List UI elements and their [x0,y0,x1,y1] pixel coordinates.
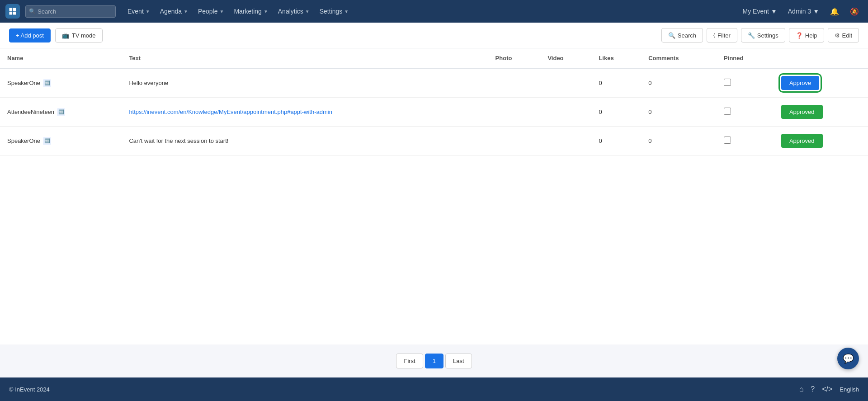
nav-right: My Event ▼ Admin 3 ▼ 🔔 🔕 [739,5,863,18]
page-1-button[interactable]: 1 [425,354,443,368]
help-icon: ❓ [796,32,803,39]
chevron-down-icon: ▼ [146,9,150,14]
table-row: AttendeeNineteen 🆕 https://inevent.com/e… [0,98,868,127]
app-logo[interactable] [5,4,20,19]
copyright-text: © InEvent 2024 [9,386,50,393]
comments-cell: 0 [641,127,717,156]
approved-button[interactable]: Approved [781,105,823,119]
chevron-down-icon: ▼ [305,9,310,14]
nav-item-analytics[interactable]: Analytics ▼ [274,5,314,18]
col-photo: Photo [488,48,541,68]
author-badge-icon: 🆕 [43,79,51,87]
action-cell: Approved [774,127,868,156]
my-event-dropdown[interactable]: My Event ▼ [739,6,781,17]
chevron-down-icon: ▼ [813,8,819,15]
search-button[interactable]: 🔍 Search [661,28,703,42]
text-cell: https://inevent.com/en/Knowledge/MyEvent… [122,98,488,127]
edit-button[interactable]: ⚙ Edit [828,28,859,42]
pinned-checkbox[interactable] [724,137,731,144]
post-author: AttendeeNineteen [7,109,54,115]
pinned-cell [717,68,774,98]
chevron-down-icon: ▼ [771,8,777,15]
video-cell [540,98,591,127]
comments-cell: 0 [641,68,717,98]
pinned-checkbox[interactable] [724,108,731,115]
comments-cell: 0 [641,98,717,127]
chevron-down-icon: ▼ [220,9,224,14]
help-button[interactable]: ❓ Help [789,28,824,42]
top-navigation: 🔍 Event ▼ Agenda ▼ People ▼ Marketing ▼ … [0,0,868,23]
table-row: SpeakerOne 🆕 Hello everyone 0 0 Approve [0,68,868,98]
col-video: Video [540,48,591,68]
col-action [774,48,868,68]
pinned-cell [717,98,774,127]
filter-button[interactable]: 〈 Filter [707,28,737,42]
last-page-button[interactable]: Last [445,354,472,368]
bell-icon[interactable]: 🔕 [846,5,863,18]
col-pinned: Pinned [717,48,774,68]
author-badge-icon: 🆕 [57,108,65,116]
post-author: SpeakerOne [7,137,40,144]
col-name: Name [0,48,122,68]
pagination: First 1 Last [0,344,868,377]
tv-icon: 📺 [62,32,69,39]
svg-rect-1 [13,8,16,11]
name-cell: SpeakerOne 🆕 [0,68,122,98]
name-cell: AttendeeNineteen 🆕 [0,98,122,127]
notifications-icon[interactable]: 🔔 [826,5,843,18]
action-cell: Approve [774,68,868,98]
posts-table-wrap: Name Text Photo Video Likes Comments Pin… [0,48,868,344]
footer-right: ⌂ ? </> English [799,385,859,393]
photo-cell [488,98,541,127]
table-header: Name Text Photo Video Likes Comments Pin… [0,48,868,68]
toolbar: + Add post 📺 TV mode 🔍 Search 〈 Filter 🔧… [0,23,868,48]
text-cell: Hello everyone [122,68,488,98]
table-body: SpeakerOne 🆕 Hello everyone 0 0 Approve … [0,68,868,156]
table-row: SpeakerOne 🆕 Can't wait for the next ses… [0,127,868,156]
settings-button[interactable]: 🔧 Settings [741,28,785,42]
first-page-button[interactable]: First [396,354,423,368]
video-cell [540,127,591,156]
toolbar-right: 🔍 Search 〈 Filter 🔧 Settings ❓ Help ⚙ Ed… [661,28,859,42]
posts-table: Name Text Photo Video Likes Comments Pin… [0,48,868,156]
nav-item-agenda[interactable]: Agenda ▼ [156,5,193,18]
post-text: Hello everyone [129,80,168,86]
pinned-checkbox[interactable] [724,79,731,86]
svg-rect-3 [13,12,16,15]
approve-button[interactable]: Approve [781,76,819,90]
post-text: Can't wait for the next session to start… [129,137,228,144]
likes-cell: 0 [591,127,641,156]
action-cell: Approved [774,98,868,127]
photo-cell [488,68,541,98]
home-icon[interactable]: ⌂ [799,385,804,393]
admin-dropdown[interactable]: Admin 3 ▼ [784,6,823,17]
language-selector[interactable]: English [840,386,859,393]
likes-cell: 0 [591,98,641,127]
video-cell [540,68,591,98]
pinned-cell [717,127,774,156]
col-comments: Comments [641,48,717,68]
col-likes: Likes [591,48,641,68]
chat-icon: 💬 [843,353,854,364]
post-link[interactable]: https://inevent.com/en/Knowledge/MyEvent… [129,109,332,115]
post-author: SpeakerOne [7,80,40,86]
search-icon: 🔍 [29,8,36,14]
tv-mode-button[interactable]: 📺 TV mode [55,28,103,42]
footer: © InEvent 2024 ⌂ ? </> English [0,377,868,401]
col-text: Text [122,48,488,68]
question-icon[interactable]: ? [811,385,815,393]
chevron-down-icon: ▼ [344,9,349,14]
chevron-down-icon: ▼ [184,9,188,14]
add-post-button[interactable]: + Add post [9,28,51,42]
approved-button[interactable]: Approved [781,134,823,148]
nav-search-input[interactable] [25,5,116,18]
nav-item-marketing[interactable]: Marketing ▼ [229,5,272,18]
svg-rect-0 [9,8,13,11]
nav-item-event[interactable]: Event ▼ [123,5,155,18]
chat-bubble-button[interactable]: 💬 [837,348,859,369]
nav-item-people[interactable]: People ▼ [193,5,229,18]
photo-cell [488,127,541,156]
code-icon[interactable]: </> [822,385,832,393]
nav-item-settings[interactable]: Settings ▼ [315,5,354,18]
edit-icon: ⚙ [835,32,840,39]
